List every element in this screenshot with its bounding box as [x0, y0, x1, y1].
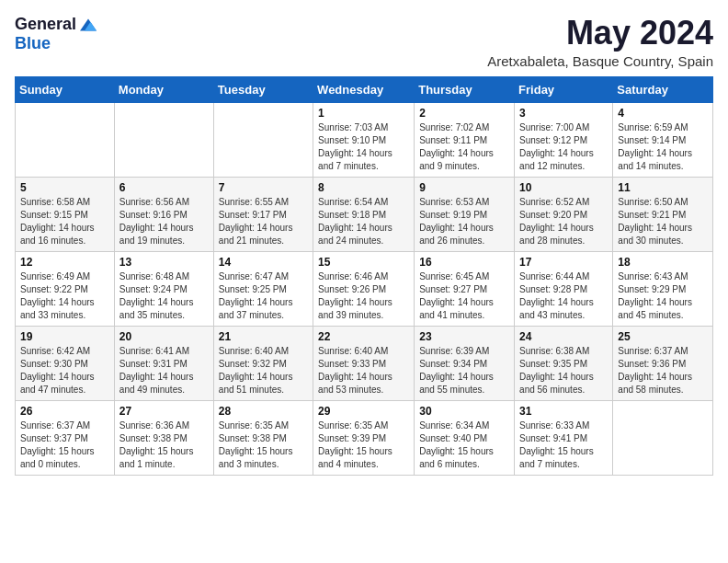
day-info: Sunrise: 6:40 AM Sunset: 9:33 PM Dayligh…	[318, 345, 409, 396]
logo: General Blue	[15, 15, 97, 53]
day-number: 21	[219, 330, 308, 343]
day-number: 10	[519, 181, 608, 194]
table-row: 28Sunrise: 6:35 AM Sunset: 9:38 PM Dayli…	[213, 400, 313, 475]
day-number: 2	[419, 107, 509, 120]
table-row: 13Sunrise: 6:48 AM Sunset: 9:24 PM Dayli…	[114, 251, 213, 326]
table-row: 7Sunrise: 6:55 AM Sunset: 9:17 PM Daylig…	[213, 177, 313, 251]
day-info: Sunrise: 6:39 AM Sunset: 9:34 PM Dayligh…	[419, 345, 509, 396]
day-number: 31	[519, 405, 608, 418]
day-info: Sunrise: 6:34 AM Sunset: 9:40 PM Dayligh…	[419, 419, 509, 471]
day-number: 19	[20, 330, 109, 343]
month-title: May 2024	[487, 15, 713, 52]
table-row	[613, 400, 713, 475]
day-number: 6	[119, 181, 209, 194]
day-info: Sunrise: 6:55 AM Sunset: 9:17 PM Dayligh…	[219, 196, 308, 247]
day-number: 23	[419, 330, 509, 343]
day-number: 16	[419, 256, 509, 269]
table-row: 19Sunrise: 6:42 AM Sunset: 9:30 PM Dayli…	[16, 326, 115, 400]
logo-blue: Blue	[15, 34, 51, 53]
table-row	[114, 102, 213, 177]
table-row: 6Sunrise: 6:56 AM Sunset: 9:16 PM Daylig…	[114, 177, 213, 251]
table-row: 3Sunrise: 7:00 AM Sunset: 9:12 PM Daylig…	[515, 102, 613, 177]
day-number: 25	[618, 330, 708, 343]
day-number: 29	[318, 405, 409, 418]
day-info: Sunrise: 6:37 AM Sunset: 9:36 PM Dayligh…	[618, 345, 708, 396]
table-row: 27Sunrise: 6:36 AM Sunset: 9:38 PM Dayli…	[114, 400, 213, 475]
day-number: 17	[519, 256, 608, 269]
table-row: 4Sunrise: 6:59 AM Sunset: 9:14 PM Daylig…	[613, 102, 713, 177]
day-number: 14	[219, 256, 308, 269]
logo-icon	[80, 18, 97, 31]
table-row: 21Sunrise: 6:40 AM Sunset: 9:32 PM Dayli…	[213, 326, 313, 400]
day-number: 24	[519, 330, 608, 343]
day-number: 5	[20, 181, 109, 194]
day-info: Sunrise: 7:02 AM Sunset: 9:11 PM Dayligh…	[419, 121, 509, 173]
day-number: 3	[519, 107, 608, 120]
day-number: 1	[318, 107, 409, 120]
day-info: Sunrise: 6:53 AM Sunset: 9:19 PM Dayligh…	[419, 196, 509, 247]
day-info: Sunrise: 6:52 AM Sunset: 9:20 PM Dayligh…	[519, 196, 608, 247]
table-row: 14Sunrise: 6:47 AM Sunset: 9:25 PM Dayli…	[213, 251, 313, 326]
day-info: Sunrise: 6:56 AM Sunset: 9:16 PM Dayligh…	[119, 196, 209, 247]
day-info: Sunrise: 6:42 AM Sunset: 9:30 PM Dayligh…	[20, 345, 109, 396]
calendar-week-row: 12Sunrise: 6:49 AM Sunset: 9:22 PM Dayli…	[16, 251, 713, 326]
day-info: Sunrise: 6:45 AM Sunset: 9:27 PM Dayligh…	[419, 270, 509, 322]
day-number: 15	[318, 256, 409, 269]
table-row: 24Sunrise: 6:38 AM Sunset: 9:35 PM Dayli…	[515, 326, 613, 400]
day-info: Sunrise: 6:50 AM Sunset: 9:21 PM Dayligh…	[618, 196, 708, 247]
table-row: 5Sunrise: 6:58 AM Sunset: 9:15 PM Daylig…	[16, 177, 115, 251]
table-row	[213, 102, 313, 177]
day-number: 12	[20, 256, 109, 269]
table-row: 23Sunrise: 6:39 AM Sunset: 9:34 PM Dayli…	[415, 326, 515, 400]
day-info: Sunrise: 6:46 AM Sunset: 9:26 PM Dayligh…	[318, 270, 409, 322]
calendar-table: Sunday Monday Tuesday Wednesday Thursday…	[15, 76, 713, 476]
day-info: Sunrise: 6:37 AM Sunset: 9:37 PM Dayligh…	[20, 419, 109, 471]
day-info: Sunrise: 6:35 AM Sunset: 9:38 PM Dayligh…	[219, 419, 308, 471]
day-info: Sunrise: 6:40 AM Sunset: 9:32 PM Dayligh…	[219, 345, 308, 396]
page-header: General Blue May 2024 Aretxabaleta, Basq…	[15, 15, 713, 69]
day-info: Sunrise: 6:35 AM Sunset: 9:39 PM Dayligh…	[318, 419, 409, 471]
day-number: 4	[618, 107, 708, 120]
table-row: 31Sunrise: 6:33 AM Sunset: 9:41 PM Dayli…	[515, 400, 613, 475]
table-row: 25Sunrise: 6:37 AM Sunset: 9:36 PM Dayli…	[613, 326, 713, 400]
day-info: Sunrise: 6:58 AM Sunset: 9:15 PM Dayligh…	[20, 196, 109, 247]
table-row: 17Sunrise: 6:44 AM Sunset: 9:28 PM Dayli…	[515, 251, 613, 326]
day-info: Sunrise: 6:49 AM Sunset: 9:22 PM Dayligh…	[20, 270, 109, 322]
calendar-week-row: 1Sunrise: 7:03 AM Sunset: 9:10 PM Daylig…	[16, 102, 713, 177]
day-number: 11	[618, 181, 708, 194]
day-number: 7	[219, 181, 308, 194]
day-info: Sunrise: 6:36 AM Sunset: 9:38 PM Dayligh…	[119, 419, 209, 471]
day-number: 30	[419, 405, 509, 418]
day-number: 27	[119, 405, 209, 418]
col-saturday: Saturday	[613, 76, 713, 102]
calendar-week-row: 26Sunrise: 6:37 AM Sunset: 9:37 PM Dayli…	[16, 400, 713, 475]
day-number: 18	[618, 256, 708, 269]
table-row: 8Sunrise: 6:54 AM Sunset: 9:18 PM Daylig…	[313, 177, 415, 251]
logo-general: General	[15, 15, 76, 34]
calendar-week-row: 19Sunrise: 6:42 AM Sunset: 9:30 PM Dayli…	[16, 326, 713, 400]
table-row: 9Sunrise: 6:53 AM Sunset: 9:19 PM Daylig…	[415, 177, 515, 251]
col-tuesday: Tuesday	[213, 76, 313, 102]
table-row: 30Sunrise: 6:34 AM Sunset: 9:40 PM Dayli…	[415, 400, 515, 475]
day-info: Sunrise: 6:54 AM Sunset: 9:18 PM Dayligh…	[318, 196, 409, 247]
table-row: 20Sunrise: 6:41 AM Sunset: 9:31 PM Dayli…	[114, 326, 213, 400]
day-info: Sunrise: 6:38 AM Sunset: 9:35 PM Dayligh…	[519, 345, 608, 396]
table-row: 10Sunrise: 6:52 AM Sunset: 9:20 PM Dayli…	[515, 177, 613, 251]
table-row: 12Sunrise: 6:49 AM Sunset: 9:22 PM Dayli…	[16, 251, 115, 326]
table-row: 1Sunrise: 7:03 AM Sunset: 9:10 PM Daylig…	[313, 102, 415, 177]
day-number: 22	[318, 330, 409, 343]
col-monday: Monday	[114, 76, 213, 102]
table-row: 11Sunrise: 6:50 AM Sunset: 9:21 PM Dayli…	[613, 177, 713, 251]
day-info: Sunrise: 6:47 AM Sunset: 9:25 PM Dayligh…	[219, 270, 308, 322]
day-info: Sunrise: 7:03 AM Sunset: 9:10 PM Dayligh…	[318, 121, 409, 173]
day-info: Sunrise: 6:48 AM Sunset: 9:24 PM Dayligh…	[119, 270, 209, 322]
day-info: Sunrise: 7:00 AM Sunset: 9:12 PM Dayligh…	[519, 121, 608, 173]
table-row	[16, 102, 115, 177]
col-thursday: Thursday	[415, 76, 515, 102]
table-row: 16Sunrise: 6:45 AM Sunset: 9:27 PM Dayli…	[415, 251, 515, 326]
col-friday: Friday	[515, 76, 613, 102]
col-wednesday: Wednesday	[313, 76, 415, 102]
day-number: 20	[119, 330, 209, 343]
day-info: Sunrise: 6:43 AM Sunset: 9:29 PM Dayligh…	[618, 270, 708, 322]
day-number: 8	[318, 181, 409, 194]
